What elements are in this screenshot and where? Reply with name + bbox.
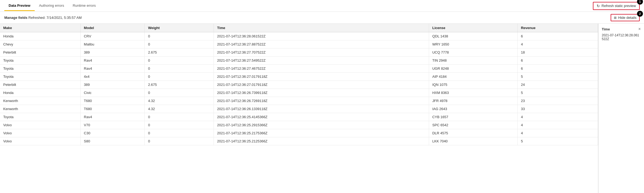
table-cell-time: 2021-07-14T12:36:25.2175366Z xyxy=(214,129,429,137)
table-cell-make: Peterbilt xyxy=(0,81,80,89)
table-cell-weight: 4.32 xyxy=(145,105,214,113)
table-cell-license: UGR 8248 xyxy=(429,65,517,73)
hide-details-button[interactable]: ⊞ Hide details xyxy=(611,14,640,21)
table-row[interactable]: VolvoC3002021-07-14T12:36:25.2175366ZDLR… xyxy=(0,129,598,137)
table-cell-make: Toyota xyxy=(0,113,80,121)
refresh-icon: ↻ xyxy=(597,4,600,8)
table-cell-time: 2021-07-14T12:36:27.0179118Z xyxy=(214,81,429,89)
table-cell-license: IAG 2643 xyxy=(429,105,517,113)
table-cell-license: IQN 1075 xyxy=(429,81,517,89)
table-row[interactable]: HondaCivic02021-07-14T12:36:26.7399118ZH… xyxy=(0,89,598,97)
table-cell-time: 2021-07-14T12:36:25.2125366Z xyxy=(214,137,429,145)
table-cell-model: S80 xyxy=(80,137,145,145)
table-cell-revenue: 5 xyxy=(518,89,598,97)
col-time: Time xyxy=(214,24,429,32)
tab-runtime-errors[interactable]: Runtime errors xyxy=(68,1,100,11)
col-revenue: Revenue xyxy=(518,24,598,32)
data-table-container[interactable]: Make Model Weight Time License Revenue H… xyxy=(0,24,598,193)
table-cell-make: Toyota xyxy=(0,65,80,73)
tab-authoring-errors[interactable]: Authoring errors xyxy=(35,1,68,11)
col-make: Make xyxy=(0,24,80,32)
table-cell-model: Rav4 xyxy=(80,57,145,65)
table-cell-license: TIN 2948 xyxy=(429,57,517,65)
table-cell-make: Volvo xyxy=(0,129,80,137)
table-cell-make: Toyota xyxy=(0,73,80,81)
table-cell-model: 389 xyxy=(80,48,145,57)
side-panel-title: Time xyxy=(602,27,610,31)
table-cell-make: Chevy xyxy=(0,40,80,48)
table-cell-model: T680 xyxy=(80,105,145,113)
side-panel-value: 2021-07-14T12:36:28.061522Z xyxy=(602,33,641,41)
table-row[interactable]: VolvoV7002021-07-14T12:36:25.2915366ZSPC… xyxy=(0,121,598,129)
table-cell-license: JFR 4978 xyxy=(429,97,517,105)
table-cell-revenue: 5 xyxy=(518,73,598,81)
refresh-button-wrapper: ↻ Refresh static preview 1 xyxy=(593,2,640,10)
table-cell-make: Honda xyxy=(0,89,80,97)
table-cell-license: SPC 6542 xyxy=(429,121,517,129)
callout-badge-1: 1 xyxy=(637,0,643,5)
table-row[interactable]: ToyotaRav402021-07-14T12:36:25.4145366ZC… xyxy=(0,113,598,121)
table-cell-revenue: 33 xyxy=(518,105,598,113)
table-row[interactable]: KenworthT6804.322021-07-14T12:36:26.1339… xyxy=(0,105,598,113)
side-panel-header: Time × xyxy=(602,27,641,31)
table-cell-time: 2021-07-14T12:36:25.4145366Z xyxy=(214,113,429,121)
table-cell-model: T680 xyxy=(80,97,145,105)
table-cell-weight: 2.675 xyxy=(145,48,214,57)
col-weight: Weight xyxy=(145,24,214,32)
col-license: License xyxy=(429,24,517,32)
table-cell-weight: 0 xyxy=(145,121,214,129)
table-cell-revenue: 6 xyxy=(518,57,598,65)
manage-fields-info: Manage fields Refreshed: 7/14/2021, 5:35… xyxy=(4,16,82,20)
table-row[interactable]: HondaCRV02021-07-14T12:36:28.061522ZQDL … xyxy=(0,32,598,40)
table-cell-weight: 0 xyxy=(145,40,214,48)
table-cell-license: DLR 4575 xyxy=(429,129,517,137)
table-cell-time: 2021-07-14T12:36:25.2915366Z xyxy=(214,121,429,129)
table-cell-time: 2021-07-14T12:36:27.0179118Z xyxy=(214,73,429,81)
table-cell-time: 2021-07-14T12:36:26.1339118Z xyxy=(214,105,429,113)
close-icon[interactable]: × xyxy=(638,27,641,31)
table-row[interactable]: Peterbilt3892.6752021-07-14T12:36:27.707… xyxy=(0,48,598,57)
table-cell-weight: 0 xyxy=(145,129,214,137)
table-cell-revenue: 5 xyxy=(518,137,598,145)
manage-fields-label: Manage fields xyxy=(4,16,27,20)
table-cell-time: 2021-07-14T12:36:27.549522Z xyxy=(214,57,429,65)
table-row[interactable]: ChevyMalibu02021-07-14T12:36:27.887522ZW… xyxy=(0,40,598,48)
table-row[interactable]: ToyotaRav402021-07-14T12:36:27.467522ZUG… xyxy=(0,65,598,73)
table-cell-weight: 0 xyxy=(145,73,214,81)
table-cell-revenue: 18 xyxy=(518,48,598,57)
table-cell-revenue: 4 xyxy=(518,129,598,137)
table-cell-license: UCQ 7778 xyxy=(429,48,517,57)
tab-bar: Data Preview Authoring errors Runtime er… xyxy=(0,0,644,12)
table-row[interactable]: Toyota4x402021-07-14T12:36:27.0179118ZAI… xyxy=(0,73,598,81)
table-cell-weight: 0 xyxy=(145,137,214,145)
col-model: Model xyxy=(80,24,145,32)
badge-1: 1 xyxy=(637,0,643,5)
table-cell-model: Rav4 xyxy=(80,113,145,121)
table-cell-license: WRY 1650 xyxy=(429,40,517,48)
callout-badge-2: 2 xyxy=(637,11,643,17)
table-cell-model: Rav4 xyxy=(80,65,145,73)
table-cell-weight: 0 xyxy=(145,113,214,121)
table-cell-revenue: 23 xyxy=(518,97,598,105)
table-cell-model: 4x4 xyxy=(80,73,145,81)
table-cell-weight: 0 xyxy=(145,57,214,65)
table-cell-time: 2021-07-14T12:36:27.467522Z xyxy=(214,65,429,73)
table-row[interactable]: KenworthT6804.322021-07-14T12:36:26.7269… xyxy=(0,97,598,105)
table-cell-license: AIP 4184 xyxy=(429,73,517,81)
table-cell-weight: 0 xyxy=(145,65,214,73)
table-cell-weight: 0 xyxy=(145,32,214,40)
table-cell-revenue: 24 xyxy=(518,81,598,89)
table-row[interactable]: ToyotaRav402021-07-14T12:36:27.549522ZTI… xyxy=(0,57,598,65)
table-cell-make: Honda xyxy=(0,32,80,40)
table-row[interactable]: Peterbilt3892.6752021-07-14T12:36:27.017… xyxy=(0,81,598,89)
table-row[interactable]: VolvoS8002021-07-14T12:36:25.2125366ZLKK… xyxy=(0,137,598,145)
table-cell-weight: 0 xyxy=(145,89,214,97)
refresh-static-preview-button[interactable]: ↻ Refresh static preview xyxy=(593,2,640,10)
table-cell-weight: 2.675 xyxy=(145,81,214,89)
hide-details-wrapper: ⊞ Hide details 2 xyxy=(611,14,640,21)
main-content: Make Model Weight Time License Revenue H… xyxy=(0,24,644,193)
tab-data-preview[interactable]: Data Preview xyxy=(4,1,35,11)
table-cell-license: CYB 1657 xyxy=(429,113,517,121)
refresh-button-label: Refresh static preview xyxy=(601,4,636,8)
table-body: HondaCRV02021-07-14T12:36:28.061522ZQDL … xyxy=(0,32,598,145)
